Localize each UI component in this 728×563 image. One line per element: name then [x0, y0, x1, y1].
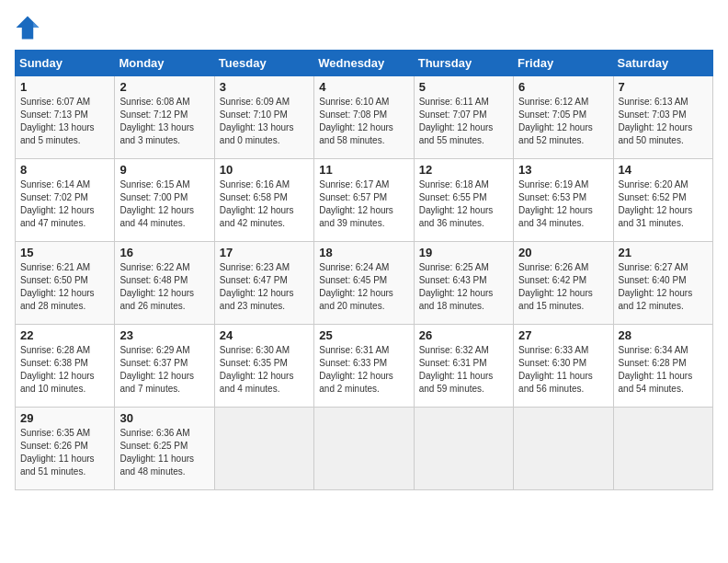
cell-line: Sunset: 6:48 PM: [119, 274, 209, 287]
day-number: 23: [119, 328, 209, 342]
day-number: 7: [619, 80, 708, 94]
cell-line: Sunrise: 6:31 AM: [319, 344, 408, 357]
cell-line: and 3 minutes.: [119, 134, 209, 147]
cell-line: and 48 minutes.: [119, 465, 209, 478]
cell-line: Daylight: 12 hours: [319, 204, 408, 217]
cell-line: Daylight: 13 hours: [119, 121, 209, 134]
cell-line: Sunset: 6:30 PM: [518, 357, 608, 370]
day-number: 25: [319, 328, 408, 342]
cell-line: Daylight: 12 hours: [518, 204, 608, 217]
calendar-cell: 1Sunrise: 6:07 AMSunset: 7:13 PMDaylight…: [16, 76, 115, 159]
day-number: 30: [119, 411, 209, 425]
cell-line: Sunrise: 6:25 AM: [419, 261, 508, 274]
cell-line: and 18 minutes.: [419, 300, 508, 313]
logo: [15, 15, 44, 40]
day-number: 9: [119, 163, 209, 177]
cell-line: Daylight: 12 hours: [619, 204, 708, 217]
cell-line: Sunrise: 6:26 AM: [518, 261, 608, 274]
cell-line: Sunset: 6:57 PM: [319, 191, 408, 204]
day-number: 16: [119, 246, 209, 259]
day-number: 19: [419, 246, 508, 259]
calendar-cell: 23Sunrise: 6:29 AMSunset: 6:37 PMDayligh…: [115, 325, 214, 408]
day-number: 15: [20, 246, 109, 259]
col-header-sunday: Sunday: [16, 51, 115, 76]
cell-line: Daylight: 13 hours: [220, 121, 309, 134]
cell-line: Daylight: 12 hours: [518, 287, 608, 300]
calendar-cell: [613, 408, 712, 490]
cell-line: Sunrise: 6:35 AM: [20, 427, 109, 440]
cell-line: Daylight: 12 hours: [319, 370, 408, 383]
day-number: 22: [20, 328, 109, 342]
svg-marker-1: [33, 22, 39, 28]
cell-line: Sunset: 6:58 PM: [220, 191, 309, 204]
cell-line: Sunset: 6:31 PM: [419, 357, 508, 370]
day-number: 11: [319, 163, 408, 177]
cell-line: Sunrise: 6:08 AM: [119, 96, 209, 109]
cell-line: Daylight: 12 hours: [220, 287, 309, 300]
calendar-cell: 11Sunrise: 6:17 AMSunset: 6:57 PMDayligh…: [314, 159, 414, 242]
cell-line: and 44 minutes.: [119, 217, 209, 230]
day-number: 27: [518, 328, 608, 342]
cell-line: Daylight: 12 hours: [220, 370, 309, 383]
day-number: 3: [220, 80, 309, 94]
calendar-cell: 7Sunrise: 6:13 AMSunset: 7:03 PMDaylight…: [613, 76, 712, 159]
day-number: 24: [220, 328, 309, 342]
cell-line: Daylight: 11 hours: [518, 370, 608, 383]
calendar-cell: 25Sunrise: 6:31 AMSunset: 6:33 PMDayligh…: [314, 325, 414, 408]
calendar-cell: 13Sunrise: 6:19 AMSunset: 6:53 PMDayligh…: [514, 159, 613, 242]
col-header-monday: Monday: [115, 51, 214, 76]
cell-line: Sunset: 7:13 PM: [20, 109, 109, 121]
calendar-week-2: 8Sunrise: 6:14 AMSunset: 7:02 PMDaylight…: [16, 159, 713, 242]
day-number: 4: [319, 80, 408, 94]
day-number: 20: [518, 246, 608, 259]
cell-line: Sunrise: 6:24 AM: [319, 261, 408, 274]
cell-line: and 58 minutes.: [319, 134, 408, 147]
calendar-cell: [414, 408, 513, 490]
day-number: 26: [419, 328, 508, 342]
cell-line: Sunset: 7:12 PM: [119, 109, 209, 121]
cell-line: and 52 minutes.: [518, 134, 608, 147]
calendar-cell: 15Sunrise: 6:21 AMSunset: 6:50 PMDayligh…: [16, 242, 115, 325]
cell-line: Sunrise: 6:28 AM: [20, 344, 109, 357]
cell-line: Sunrise: 6:27 AM: [619, 261, 708, 274]
day-number: 10: [220, 163, 309, 177]
cell-line: Sunset: 6:42 PM: [518, 274, 608, 287]
cell-line: Sunrise: 6:36 AM: [119, 427, 209, 440]
calendar-week-1: 1Sunrise: 6:07 AMSunset: 7:13 PMDaylight…: [16, 76, 713, 159]
calendar-week-5: 29Sunrise: 6:35 AMSunset: 6:26 PMDayligh…: [16, 408, 713, 490]
cell-line: Sunrise: 6:18 AM: [419, 178, 508, 191]
cell-line: and 12 minutes.: [619, 300, 708, 313]
cell-line: Sunrise: 6:15 AM: [119, 178, 209, 191]
cell-line: Sunrise: 6:07 AM: [20, 96, 109, 109]
cell-line: and 7 minutes.: [119, 383, 209, 396]
day-number: 29: [20, 411, 109, 425]
calendar-cell: 9Sunrise: 6:15 AMSunset: 7:00 PMDaylight…: [115, 159, 214, 242]
cell-line: and 4 minutes.: [220, 383, 309, 396]
cell-line: Daylight: 12 hours: [518, 121, 608, 134]
cell-line: Sunset: 6:47 PM: [220, 274, 309, 287]
cell-line: and 5 minutes.: [20, 134, 109, 147]
cell-line: Daylight: 12 hours: [619, 121, 708, 134]
cell-line: Sunset: 7:05 PM: [518, 109, 608, 121]
cell-line: Sunset: 6:55 PM: [419, 191, 508, 204]
calendar-cell: 29Sunrise: 6:35 AMSunset: 6:26 PMDayligh…: [16, 408, 115, 490]
day-number: 12: [419, 163, 508, 177]
cell-line: and 31 minutes.: [619, 217, 708, 230]
cell-line: and 28 minutes.: [20, 300, 109, 313]
cell-line: Sunset: 6:26 PM: [20, 440, 109, 453]
cell-line: Daylight: 12 hours: [20, 287, 109, 300]
cell-line: Daylight: 12 hours: [20, 204, 109, 217]
cell-line: Sunset: 7:02 PM: [20, 191, 109, 204]
cell-line: and 10 minutes.: [20, 383, 109, 396]
calendar-cell: 26Sunrise: 6:32 AMSunset: 6:31 PMDayligh…: [414, 325, 513, 408]
day-number: 1: [20, 80, 109, 94]
day-number: 5: [419, 80, 508, 94]
cell-line: Daylight: 12 hours: [119, 204, 209, 217]
cell-line: Sunrise: 6:10 AM: [319, 96, 408, 109]
cell-line: Daylight: 12 hours: [20, 370, 109, 383]
calendar-cell: 16Sunrise: 6:22 AMSunset: 6:48 PMDayligh…: [115, 242, 214, 325]
day-number: 8: [20, 163, 109, 177]
calendar-cell: 4Sunrise: 6:10 AMSunset: 7:08 PMDaylight…: [314, 76, 414, 159]
calendar-cell: [214, 408, 313, 490]
calendar-cell: 30Sunrise: 6:36 AMSunset: 6:25 PMDayligh…: [115, 408, 214, 490]
